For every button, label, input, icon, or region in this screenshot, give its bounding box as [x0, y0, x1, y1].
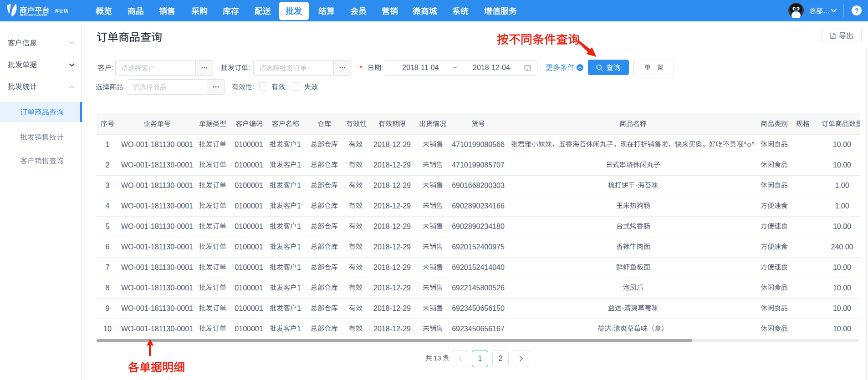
svg-text:x: x — [831, 34, 833, 38]
